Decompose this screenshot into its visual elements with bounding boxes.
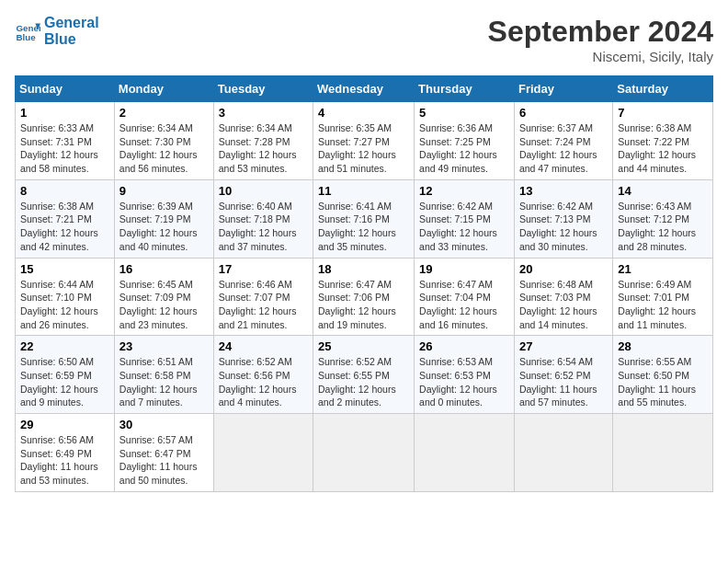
day-info: Sunrise: 6:55 AMSunset: 6:50 PMDaylight:…: [618, 356, 696, 408]
day-info: Sunrise: 6:50 AMSunset: 6:59 PMDaylight:…: [20, 356, 98, 408]
day-number: 15: [20, 262, 109, 276]
calendar-cell: 30 Sunrise: 6:57 AMSunset: 6:47 PMDaylig…: [114, 414, 213, 492]
day-info: Sunrise: 6:36 AMSunset: 7:25 PMDaylight:…: [419, 122, 497, 174]
dow-header: Friday: [514, 76, 612, 102]
calendar-week-row: 1 Sunrise: 6:33 AMSunset: 7:31 PMDayligh…: [16, 102, 713, 180]
dow-header: Thursday: [415, 76, 515, 102]
day-number: 11: [318, 184, 409, 198]
day-number: 24: [219, 339, 308, 353]
day-number: 29: [20, 418, 109, 431]
dow-header: Sunday: [16, 76, 115, 102]
calendar-cell: 18 Sunrise: 6:47 AMSunset: 7:06 PMDaylig…: [313, 258, 415, 336]
day-info: Sunrise: 6:49 AMSunset: 7:01 PMDaylight:…: [618, 279, 696, 330]
calendar-week-row: 22 Sunrise: 6:50 AMSunset: 6:59 PMDaylig…: [16, 336, 713, 414]
calendar-cell: 22 Sunrise: 6:50 AMSunset: 6:59 PMDaylig…: [16, 336, 115, 414]
day-number: 12: [419, 184, 509, 198]
calendar-cell: 23 Sunrise: 6:51 AMSunset: 6:58 PMDaylig…: [114, 336, 213, 414]
calendar-cell: 28 Sunrise: 6:55 AMSunset: 6:50 PMDaylig…: [613, 336, 713, 414]
logo-line1: General: [44, 15, 99, 31]
day-info: Sunrise: 6:39 AMSunset: 7:19 PMDaylight:…: [119, 201, 198, 252]
title-block: September 2024 Niscemi, Sicily, Italy: [488, 15, 713, 64]
dow-header: Wednesday: [313, 76, 415, 102]
day-info: Sunrise: 6:48 AMSunset: 7:03 PMDaylight:…: [519, 279, 597, 330]
day-info: Sunrise: 6:57 AMSunset: 6:47 PMDaylight:…: [119, 434, 198, 486]
logo: General Blue General Blue: [15, 15, 99, 47]
calendar-cell: 26 Sunrise: 6:53 AMSunset: 6:53 PMDaylig…: [415, 336, 515, 414]
calendar-cell: [213, 414, 313, 492]
calendar-table: SundayMondayTuesdayWednesdayThursdayFrid…: [15, 75, 713, 492]
day-info: Sunrise: 6:44 AMSunset: 7:10 PMDaylight:…: [20, 279, 98, 330]
day-info: Sunrise: 6:45 AMSunset: 7:09 PMDaylight:…: [119, 279, 198, 330]
day-info: Sunrise: 6:34 AMSunset: 7:30 PMDaylight:…: [119, 122, 198, 174]
day-info: Sunrise: 6:47 AMSunset: 7:04 PMDaylight:…: [419, 279, 497, 330]
calendar-cell: 12 Sunrise: 6:42 AMSunset: 7:15 PMDaylig…: [415, 179, 515, 258]
calendar-cell: 4 Sunrise: 6:35 AMSunset: 7:27 PMDayligh…: [313, 102, 415, 180]
day-number: 6: [519, 106, 608, 120]
day-info: Sunrise: 6:41 AMSunset: 7:16 PMDaylight:…: [318, 201, 396, 252]
day-info: Sunrise: 6:34 AMSunset: 7:28 PMDaylight:…: [219, 122, 297, 174]
day-number: 7: [618, 106, 708, 120]
day-number: 4: [318, 106, 409, 120]
dow-header: Monday: [114, 76, 213, 102]
day-number: 20: [519, 262, 608, 276]
day-number: 27: [519, 339, 608, 353]
location: Niscemi, Sicily, Italy: [488, 49, 713, 64]
calendar-cell: 13 Sunrise: 6:42 AMSunset: 7:13 PMDaylig…: [514, 179, 612, 258]
logo-line2: Blue: [44, 31, 99, 48]
day-number: 23: [119, 339, 209, 353]
day-info: Sunrise: 6:52 AMSunset: 6:56 PMDaylight:…: [219, 356, 297, 408]
day-number: 5: [419, 106, 509, 120]
day-info: Sunrise: 6:38 AMSunset: 7:22 PMDaylight:…: [618, 122, 696, 174]
day-number: 14: [618, 184, 708, 198]
day-number: 25: [318, 339, 409, 353]
day-number: 26: [419, 339, 509, 353]
calendar-week-row: 8 Sunrise: 6:38 AMSunset: 7:21 PMDayligh…: [16, 179, 713, 258]
day-info: Sunrise: 6:56 AMSunset: 6:49 PMDaylight:…: [20, 434, 98, 486]
calendar-cell: 21 Sunrise: 6:49 AMSunset: 7:01 PMDaylig…: [613, 258, 713, 336]
calendar-cell: 24 Sunrise: 6:52 AMSunset: 6:56 PMDaylig…: [213, 336, 313, 414]
day-info: Sunrise: 6:52 AMSunset: 6:55 PMDaylight:…: [318, 356, 396, 408]
calendar-week-row: 29 Sunrise: 6:56 AMSunset: 6:49 PMDaylig…: [16, 414, 713, 492]
day-number: 16: [119, 262, 209, 276]
calendar-cell: [415, 414, 515, 492]
day-number: 17: [219, 262, 308, 276]
calendar-cell: [313, 414, 415, 492]
day-number: 30: [119, 418, 209, 431]
day-number: 13: [519, 184, 608, 198]
dow-header: Saturday: [613, 76, 713, 102]
calendar-cell: 6 Sunrise: 6:37 AMSunset: 7:24 PMDayligh…: [514, 102, 612, 180]
day-info: Sunrise: 6:42 AMSunset: 7:13 PMDaylight:…: [519, 201, 597, 252]
calendar-cell: 14 Sunrise: 6:43 AMSunset: 7:12 PMDaylig…: [613, 179, 713, 258]
day-info: Sunrise: 6:37 AMSunset: 7:24 PMDaylight:…: [519, 122, 597, 174]
day-info: Sunrise: 6:33 AMSunset: 7:31 PMDaylight:…: [20, 122, 98, 174]
day-number: 28: [618, 339, 708, 353]
month-title: September 2024: [488, 15, 713, 49]
calendar-cell: 2 Sunrise: 6:34 AMSunset: 7:30 PMDayligh…: [114, 102, 213, 180]
day-info: Sunrise: 6:54 AMSunset: 6:52 PMDaylight:…: [519, 356, 597, 408]
day-number: 21: [618, 262, 708, 276]
day-info: Sunrise: 6:43 AMSunset: 7:12 PMDaylight:…: [618, 201, 696, 252]
day-number: 2: [119, 106, 209, 120]
day-info: Sunrise: 6:40 AMSunset: 7:18 PMDaylight:…: [219, 201, 297, 252]
calendar-cell: 15 Sunrise: 6:44 AMSunset: 7:10 PMDaylig…: [16, 258, 115, 336]
calendar-cell: [514, 414, 612, 492]
calendar-body: 1 Sunrise: 6:33 AMSunset: 7:31 PMDayligh…: [16, 102, 713, 492]
calendar-cell: 20 Sunrise: 6:48 AMSunset: 7:03 PMDaylig…: [514, 258, 612, 336]
day-number: 9: [119, 184, 209, 198]
calendar-week-row: 15 Sunrise: 6:44 AMSunset: 7:10 PMDaylig…: [16, 258, 713, 336]
svg-text:Blue: Blue: [16, 31, 36, 41]
day-number: 22: [20, 339, 109, 353]
day-info: Sunrise: 6:38 AMSunset: 7:21 PMDaylight:…: [20, 201, 98, 252]
day-number: 18: [318, 262, 409, 276]
logo-icon: General Blue: [15, 18, 40, 44]
calendar-cell: 1 Sunrise: 6:33 AMSunset: 7:31 PMDayligh…: [16, 102, 115, 180]
day-info: Sunrise: 6:35 AMSunset: 7:27 PMDaylight:…: [318, 122, 396, 174]
calendar-cell: 5 Sunrise: 6:36 AMSunset: 7:25 PMDayligh…: [415, 102, 515, 180]
day-info: Sunrise: 6:46 AMSunset: 7:07 PMDaylight:…: [219, 279, 297, 330]
day-info: Sunrise: 6:47 AMSunset: 7:06 PMDaylight:…: [318, 279, 396, 330]
dow-header: Tuesday: [213, 76, 313, 102]
calendar-cell: 7 Sunrise: 6:38 AMSunset: 7:22 PMDayligh…: [613, 102, 713, 180]
day-number: 3: [219, 106, 308, 120]
day-number: 10: [219, 184, 308, 198]
calendar-cell: 16 Sunrise: 6:45 AMSunset: 7:09 PMDaylig…: [114, 258, 213, 336]
